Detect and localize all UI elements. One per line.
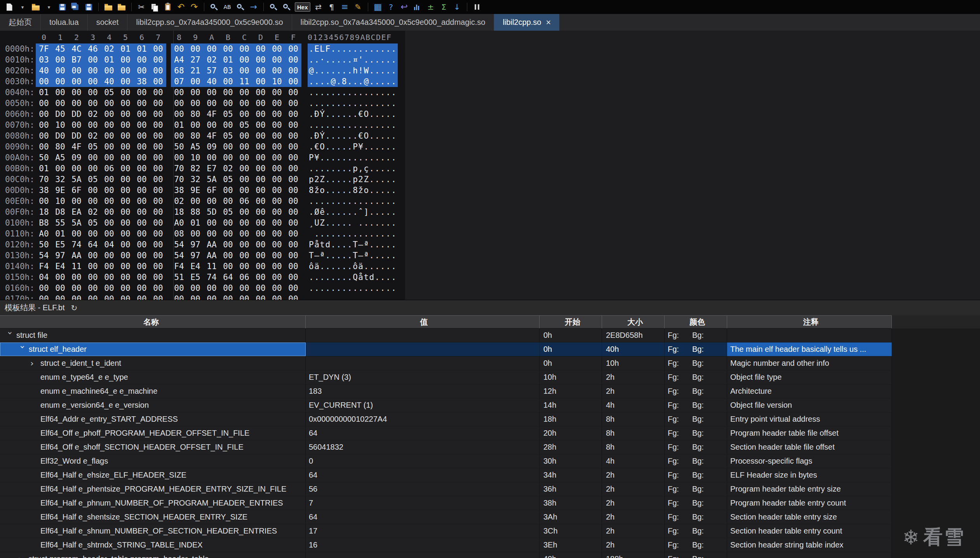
hex-byte[interactable]: 00 <box>52 65 68 76</box>
hex-byte[interactable]: 00 <box>252 196 269 207</box>
hex-byte[interactable]: 00 <box>252 261 269 272</box>
hex-byte[interactable]: 00 <box>150 109 166 120</box>
hex-byte[interactable]: 00 <box>68 272 85 283</box>
hex-ascii[interactable]: @.......h!W..... <box>308 65 398 76</box>
hex-byte[interactable]: 05 <box>220 207 236 217</box>
hex-byte[interactable]: 00 <box>134 196 150 207</box>
hex-byte[interactable]: 00 <box>252 54 269 65</box>
line-numbers-icon[interactable]: ≡ <box>339 1 351 13</box>
hex-byte[interactable]: 00 <box>285 196 301 207</box>
column-header-comment[interactable]: 注释 <box>727 315 892 329</box>
hex-byte[interactable]: 46 <box>85 43 101 54</box>
hex-byte[interactable]: 00 <box>252 65 269 76</box>
hex-byte[interactable]: 00 <box>220 87 236 98</box>
hex-byte[interactable]: 00 <box>134 109 150 120</box>
hex-byte[interactable]: 06 <box>236 196 252 207</box>
hex-byte[interactable]: 00 <box>269 217 285 228</box>
hex-byte[interactable]: 00 <box>134 130 150 141</box>
hex-byte[interactable]: 00 <box>285 65 301 76</box>
hex-byte[interactable]: F4 <box>36 261 52 272</box>
tab-libil2cpp-so[interactable]: libil2cpp.so× <box>494 14 559 31</box>
copy-icon[interactable] <box>148 1 161 13</box>
cut-icon[interactable]: ✂ <box>135 1 148 13</box>
compare-files-icon[interactable]: ⇄ <box>312 1 325 13</box>
hex-byte[interactable]: 00 <box>269 261 285 272</box>
goto-address-icon[interactable]: → <box>247 1 260 13</box>
hex-byte[interactable]: 00 <box>204 87 220 98</box>
hex-byte[interactable]: 00 <box>252 217 269 228</box>
hex-ascii[interactable]: .ÐÝ......€O..... <box>308 130 398 141</box>
hex-byte[interactable]: 00 <box>236 87 252 98</box>
hex-byte[interactable]: 00 <box>85 152 101 163</box>
hex-byte[interactable]: 00 <box>52 272 68 283</box>
hex-byte[interactable]: 02 <box>171 196 187 207</box>
replace-icon[interactable]: AB <box>221 1 233 13</box>
hex-byte[interactable]: E5 <box>187 272 204 283</box>
hex-byte[interactable]: 6F <box>68 185 85 196</box>
tab-libil2cpp-so-0x7a4a345000-0x5c9e000-so[interactable]: libil2cpp.so_0x7a4a345000_0x5c9e000.so <box>127 14 292 31</box>
hex-byte[interactable]: 00 <box>236 65 252 76</box>
hex-byte[interactable]: 00 <box>285 250 301 261</box>
hex-byte[interactable]: 27 <box>187 54 204 65</box>
hex-byte[interactable]: 10 <box>269 76 285 87</box>
hex-byte[interactable]: 00 <box>52 163 68 174</box>
hex-byte[interactable]: 00 <box>269 239 285 250</box>
hex-byte[interactable]: 54 <box>36 250 52 261</box>
hex-byte[interactable]: 00 <box>269 65 285 76</box>
hex-byte[interactable]: 00 <box>117 141 134 152</box>
hex-byte[interactable]: 88 <box>187 207 204 217</box>
hex-byte[interactable]: 97 <box>52 250 68 261</box>
save-icon[interactable] <box>56 1 68 13</box>
hex-byte[interactable]: 00 <box>187 76 204 87</box>
hex-byte[interactable]: 00 <box>101 130 117 141</box>
hex-byte[interactable]: 70 <box>171 174 187 185</box>
hex-byte[interactable]: 00 <box>101 152 117 163</box>
hex-byte[interactable]: 40 <box>204 76 220 87</box>
hex-byte[interactable]: 00 <box>101 283 117 294</box>
refresh-icon[interactable]: ↻ <box>71 303 77 313</box>
hex-byte[interactable]: 00 <box>134 163 150 174</box>
hex-byte[interactable]: 00 <box>220 239 236 250</box>
hex-byte[interactable]: 00 <box>269 196 285 207</box>
hex-byte[interactable]: 00 <box>220 294 236 300</box>
hex-byte[interactable]: 01 <box>220 54 236 65</box>
hex-byte[interactable]: 5D <box>204 207 220 217</box>
hex-byte[interactable]: 00 <box>252 250 269 261</box>
hex-byte[interactable]: 05 <box>220 130 236 141</box>
hex-byte[interactable]: 00 <box>220 261 236 272</box>
hex-byte[interactable]: 00 <box>150 228 166 239</box>
hex-byte[interactable]: 00 <box>285 283 301 294</box>
template-row[interactable]: enum e_machine64_e e_machine18312h2hFg:B… <box>0 384 980 398</box>
hex-byte[interactable]: 00 <box>117 207 134 217</box>
template-row[interactable]: Elf64_Half e_phnum_NUMBER_OF_PROGRAM_HEA… <box>0 496 980 510</box>
hex-byte[interactable]: 00 <box>134 261 150 272</box>
hex-byte[interactable]: 00 <box>101 174 117 185</box>
hex-byte[interactable]: E5 <box>52 239 68 250</box>
hex-byte[interactable]: 00 <box>85 54 101 65</box>
hex-ascii[interactable]: ....@.8...@..... <box>308 76 398 87</box>
hex-byte[interactable]: A0 <box>36 228 52 239</box>
hex-byte[interactable]: 00 <box>236 217 252 228</box>
hex-byte[interactable]: 00 <box>85 228 101 239</box>
save-all-icon[interactable] <box>69 1 82 13</box>
hex-byte[interactable]: 02 <box>85 130 101 141</box>
hex-byte[interactable]: 00 <box>101 217 117 228</box>
hex-byte[interactable]: 00 <box>85 294 101 300</box>
hex-byte[interactable]: 00 <box>285 217 301 228</box>
hex-byte[interactable]: 00 <box>150 261 166 272</box>
hex-ascii[interactable]: ................ <box>308 196 398 207</box>
tab-socket[interactable]: socket <box>88 14 128 31</box>
hex-byte[interactable]: 00 <box>117 239 134 250</box>
hex-byte[interactable]: 02 <box>220 163 236 174</box>
paste-icon[interactable] <box>162 1 174 13</box>
checksum-icon[interactable]: Σ <box>438 1 450 13</box>
hex-byte[interactable]: 38 <box>171 185 187 196</box>
hex-byte[interactable]: 00 <box>236 250 252 261</box>
hex-byte[interactable]: 4F <box>68 141 85 152</box>
rename-file-icon[interactable] <box>115 1 128 13</box>
hex-byte[interactable]: 00 <box>117 294 134 300</box>
expand-icon[interactable]: › <box>30 359 40 368</box>
hex-byte[interactable]: 04 <box>101 239 117 250</box>
hex-byte[interactable]: 00 <box>269 87 285 98</box>
hex-byte[interactable]: 00 <box>236 54 252 65</box>
